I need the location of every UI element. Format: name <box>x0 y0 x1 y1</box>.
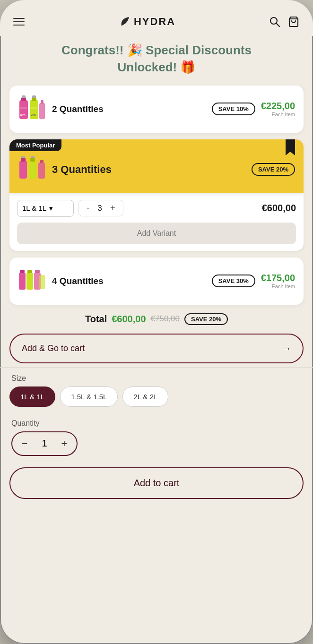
main-qty-value: 1 <box>35 438 54 449</box>
card-2qty-price-sub: Each Item <box>261 112 295 117</box>
svg-rect-13 <box>39 103 45 119</box>
arrow-right-icon: → <box>282 343 291 354</box>
svg-rect-22 <box>40 160 43 163</box>
size-btn-1l-1l[interactable]: 1L & 1L <box>9 386 55 407</box>
card-4qty-label: 4 Quantities <box>52 276 206 286</box>
total-row: Total €600,00 €750,00 SAVE 20% <box>0 305 313 325</box>
size-btn-2l-2l[interactable]: 2L & 2L <box>122 386 168 407</box>
total-price: €600,00 <box>112 314 146 325</box>
main-qty-increment-button[interactable]: + <box>54 435 75 452</box>
card-4qty-price-sub: Each Item <box>261 283 295 289</box>
banner-line1: Congrats!! 🎉 Special Discounts <box>9 42 304 59</box>
card-4qty: 4 Quantities SAVE 30% €175,00 Each Item <box>9 258 304 305</box>
svg-rect-28 <box>35 270 40 273</box>
card-2qty-price: €225,00 <box>261 101 295 112</box>
svg-rect-17 <box>21 156 25 158</box>
qty-value: 3 <box>95 204 104 213</box>
header-logo: HYDRA <box>118 15 175 28</box>
svg-rect-26 <box>27 270 32 273</box>
bookmark-icon <box>285 139 296 156</box>
header: HYDRA <box>0 0 313 36</box>
card-2qty-price-block: €225,00 Each Item <box>261 101 295 117</box>
size-label: Size <box>0 368 313 386</box>
card-3qty-label: 3 Quantities <box>52 163 246 176</box>
congrats-banner: Congrats!! 🎉 Special Discounts Unlocked!… <box>0 36 313 86</box>
cart-icon[interactable] <box>287 16 300 28</box>
svg-rect-29 <box>39 275 45 289</box>
svg-rect-24 <box>20 270 25 273</box>
dropdown-chevron-icon: ▾ <box>49 204 53 213</box>
product-image-2qty: HYD HYD <box>18 93 46 125</box>
size-btn-1.5l-1.5l[interactable]: 1.5L & 1.5L <box>60 386 118 407</box>
card-4qty-save: SAVE 30% <box>212 275 255 287</box>
svg-rect-19 <box>30 158 35 162</box>
popular-badge: Most Popular <box>9 139 61 151</box>
quantity-section: − 1 + <box>0 431 313 464</box>
main-qty-decrement-button[interactable]: − <box>14 435 35 452</box>
total-original-price: €750,00 <box>151 314 180 324</box>
svg-rect-16 <box>21 158 26 162</box>
svg-rect-11 <box>31 107 37 109</box>
banner-line2: Unlocked! 🎁 <box>9 59 304 76</box>
card-3qty-header[interactable]: Most Popular <box>9 139 304 193</box>
add-go-to-cart-button[interactable]: Add & Go to cart → <box>9 334 304 363</box>
phone-shell: HYDRA Congrats!! 🎉 Special Discounts Unl… <box>0 0 313 644</box>
svg-rect-25 <box>26 273 33 290</box>
add-variant-button[interactable]: Add Variant <box>17 223 296 244</box>
logo-leaf-icon <box>118 15 131 28</box>
variant-dropdown[interactable]: 1L & 1L ▾ <box>17 200 74 217</box>
qty-increment-button[interactable]: + <box>109 203 116 213</box>
card-4qty-price-block: €175,00 Each Item <box>261 273 295 289</box>
svg-text:HYD: HYD <box>20 114 26 117</box>
total-label: Total <box>85 314 107 325</box>
qty-decrement-button[interactable]: - <box>86 203 90 213</box>
svg-rect-5 <box>22 95 26 98</box>
svg-rect-14 <box>41 100 43 103</box>
card-2qty-label: 2 Quantities <box>52 104 206 114</box>
svg-rect-18 <box>29 161 36 179</box>
svg-rect-15 <box>19 161 27 179</box>
svg-line-1 <box>276 24 279 27</box>
svg-rect-20 <box>31 156 35 158</box>
qty-stepper: - 3 + <box>78 200 123 216</box>
variant-value: 1L & 1L <box>22 204 46 212</box>
card-3qty-save: SAVE 20% <box>252 163 295 176</box>
card-3qty: Most Popular <box>9 139 304 251</box>
size-options: 1L & 1L 1.5L & 1.5L 2L & 2L <box>0 386 313 412</box>
header-action-icons <box>269 16 300 28</box>
svg-rect-21 <box>38 163 45 179</box>
main-qty-stepper: − 1 + <box>11 431 78 456</box>
svg-rect-10 <box>32 95 36 98</box>
add-to-cart-button[interactable]: Add to cart <box>9 467 304 499</box>
quantity-label: Quantity <box>0 412 313 431</box>
variant-price: €600,00 <box>262 203 296 214</box>
menu-icon[interactable] <box>13 18 25 26</box>
card-2qty: HYD HYD 2 Quantities SAVE 10% <box>9 86 304 133</box>
card-4qty-price: €175,00 <box>261 273 295 283</box>
card-3qty-expanded: 1L & 1L ▾ - 3 + €600,00 Add Variant <box>9 193 304 251</box>
svg-rect-23 <box>19 273 26 290</box>
svg-text:HYD: HYD <box>31 114 36 117</box>
discount-cards: HYD HYD 2 Quantities SAVE 10% <box>0 86 313 305</box>
variant-row: 1L & 1L ▾ - 3 + €600,00 <box>17 200 296 217</box>
svg-rect-6 <box>20 107 27 109</box>
search-icon[interactable] <box>269 16 281 28</box>
add-go-label: Add & Go to cart <box>22 343 85 353</box>
total-save-badge: SAVE 20% <box>184 313 228 325</box>
card-2qty-save: SAVE 10% <box>212 103 255 115</box>
product-image-3qty <box>18 154 46 186</box>
product-image-4qty <box>18 265 46 297</box>
